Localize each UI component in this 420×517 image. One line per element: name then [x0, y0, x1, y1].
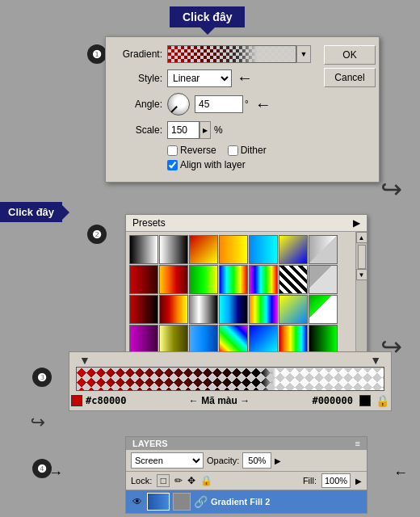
preset-item[interactable]	[279, 325, 308, 354]
preset-item[interactable]	[309, 265, 338, 294]
degree-symbol: °	[245, 99, 249, 110]
scrollbar-down-button[interactable]: ▼	[356, 269, 368, 280]
layer-eye-icon[interactable]: 👁	[131, 495, 144, 508]
layer-thumbnail[interactable]	[147, 493, 170, 511]
cancel-button[interactable]: Cancel	[324, 68, 376, 87]
preset-item[interactable]	[279, 295, 308, 324]
preset-item[interactable]	[309, 325, 338, 354]
lock-label: Lock:	[131, 476, 152, 485]
blend-mode-select[interactable]: Screen	[131, 452, 204, 469]
layer-row[interactable]: 👁 🔗 Gradient Fill 2	[126, 490, 367, 513]
preset-item[interactable]	[309, 235, 338, 264]
dither-label: Dither	[241, 145, 267, 156]
preset-item[interactable]	[159, 295, 188, 324]
curve-arrow-1: ↩	[380, 174, 402, 204]
opacity-label: Opacity:	[207, 456, 239, 465]
step-2-number: ❷	[87, 225, 107, 244]
ok-button[interactable]: OK	[324, 45, 376, 65]
scrollbar-thumb[interactable]	[358, 245, 366, 269]
layer-mask-thumbnail[interactable]	[173, 493, 191, 511]
preset-item[interactable]	[219, 325, 248, 354]
percent-label: %	[214, 124, 223, 136]
left-color-value: #c80000	[86, 395, 127, 406]
presets-grid	[126, 232, 355, 357]
angle-arrow: ←	[255, 95, 271, 114]
layer-chain-icon: 🔗	[194, 495, 208, 508]
preset-item[interactable]	[189, 265, 218, 294]
preset-item[interactable]	[279, 235, 308, 264]
right-color-swatch[interactable]	[359, 395, 371, 406]
preset-item[interactable]	[279, 265, 308, 294]
opacity-spin[interactable]: ▶	[275, 456, 281, 465]
left-arrow-layers: →	[48, 464, 63, 481]
top-callout: Click đây	[170, 6, 245, 27]
presets-expand-icon[interactable]: ▶	[353, 217, 360, 229]
right-color-label: #000000 🔒	[312, 394, 389, 407]
preset-item[interactable]	[159, 235, 188, 264]
preset-item[interactable]	[219, 265, 248, 294]
preset-item[interactable]	[219, 235, 248, 264]
step-1-number: ❶	[87, 44, 107, 64]
presets-title: Presets	[132, 217, 166, 229]
preset-item[interactable]	[189, 295, 218, 324]
angle-input[interactable]	[195, 95, 243, 113]
right-lock-icon: 🔒	[376, 394, 389, 407]
preset-item[interactable]	[159, 265, 188, 294]
preset-item[interactable]	[219, 295, 248, 324]
style-label: Style:	[114, 73, 162, 84]
curve-arrow-3: ↩	[31, 412, 45, 433]
style-arrow: ←	[237, 69, 253, 87]
preset-item[interactable]	[129, 295, 158, 324]
preset-item[interactable]	[249, 265, 278, 294]
gradient-preview[interactable]	[167, 45, 296, 63]
align-label: Align with layer	[180, 159, 246, 170]
reverse-label: Reverse	[180, 145, 216, 156]
layers-panel: LAYERS ≡ Screen Opacity: ▶ Lock: □ ✏ ✥ 🔒…	[125, 436, 368, 514]
angle-dial[interactable]	[167, 93, 190, 116]
preset-item[interactable]	[129, 235, 158, 264]
preset-item[interactable]	[129, 265, 158, 294]
scale-label: Scale:	[114, 124, 162, 136]
fill-spin[interactable]: ▶	[355, 477, 362, 485]
align-checkbox[interactable]	[167, 160, 178, 170]
scale-input[interactable]	[167, 121, 200, 139]
presets-panel: Presets ▶	[125, 214, 368, 358]
preset-item[interactable]	[189, 235, 218, 264]
right-color-value: #000000	[312, 395, 353, 406]
reverse-checkbox-label[interactable]: Reverse	[167, 145, 216, 156]
gradient-dropdown-button[interactable]: ▼	[296, 45, 311, 63]
gradient-bar[interactable]	[76, 367, 384, 391]
presets-scrollbar: ▲ ▼	[355, 232, 367, 357]
scale-spin-button[interactable]: ▶	[200, 121, 211, 139]
lock-transparent-icon[interactable]: □	[157, 474, 170, 487]
layers-title: LAYERS	[132, 439, 168, 448]
preset-item[interactable]	[309, 295, 338, 324]
scrollbar-up-button[interactable]: ▲	[356, 232, 368, 243]
step-3-number: ❸	[32, 368, 52, 387]
lock-image-icon[interactable]: ✏	[174, 475, 183, 486]
left-color-swatch[interactable]	[71, 395, 82, 406]
left-callout: Click đây	[0, 202, 62, 222]
reverse-checkbox[interactable]	[167, 145, 178, 156]
lock-all-icon[interactable]: 🔒	[200, 475, 212, 486]
layers-menu-icon[interactable]: ≡	[355, 439, 360, 448]
preset-item[interactable]	[189, 325, 218, 354]
opacity-input[interactable]	[242, 452, 271, 469]
align-checkbox-label[interactable]: Align with layer	[167, 159, 246, 170]
lock-position-icon[interactable]: ✥	[187, 475, 195, 486]
layer-name-label: Gradient Fill 2	[211, 497, 362, 506]
preset-item[interactable]	[249, 295, 278, 324]
left-color-label: #c80000	[71, 395, 127, 406]
dither-checkbox[interactable]	[228, 145, 238, 156]
ma-mau-label: ← Mã màu →	[189, 395, 250, 406]
angle-label: Angle:	[114, 99, 162, 110]
preset-item[interactable]	[129, 325, 158, 354]
fill-input[interactable]	[321, 473, 351, 488]
preset-item[interactable]	[249, 235, 278, 264]
gradient-field-label: Gradient:	[114, 48, 162, 60]
preset-item[interactable]	[159, 325, 188, 354]
preset-item[interactable]	[249, 325, 278, 354]
right-arrow-layers: ←	[393, 464, 408, 481]
style-select[interactable]: Linear Radial Angle Reflected Diamond	[167, 69, 232, 87]
dither-checkbox-label[interactable]: Dither	[228, 145, 267, 156]
